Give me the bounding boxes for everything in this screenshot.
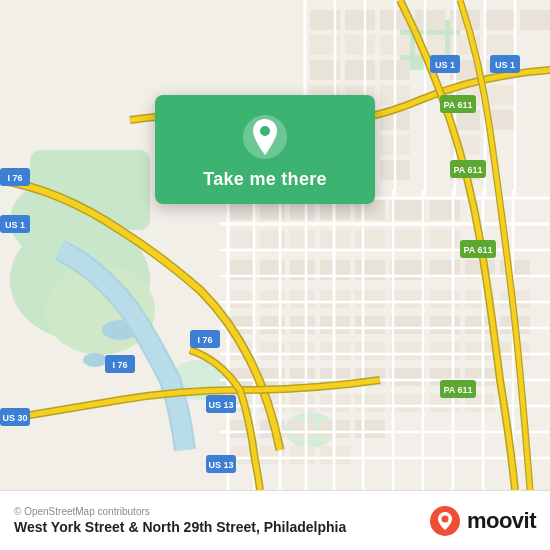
svg-rect-19 — [290, 230, 315, 250]
svg-rect-78 — [430, 342, 460, 360]
svg-text:US 1: US 1 — [5, 220, 25, 230]
moovit-logo-icon — [429, 505, 461, 537]
svg-rect-79 — [465, 342, 495, 360]
svg-text:PA 611: PA 611 — [443, 385, 472, 395]
location-card[interactable]: Take me there — [155, 95, 375, 204]
svg-rect-90 — [345, 35, 375, 55]
svg-text:US 30: US 30 — [2, 413, 27, 423]
moovit-logo: moovit — [429, 505, 536, 537]
svg-rect-67 — [290, 446, 315, 464]
svg-text:PA 611: PA 611 — [443, 100, 472, 110]
svg-rect-72 — [430, 290, 460, 308]
svg-text:US 13: US 13 — [208, 400, 233, 410]
svg-text:US 1: US 1 — [495, 60, 515, 70]
take-me-there-button[interactable]: Take me there — [203, 169, 327, 190]
svg-rect-41 — [390, 316, 425, 334]
svg-rect-17 — [230, 230, 255, 250]
svg-rect-35 — [390, 290, 425, 308]
svg-rect-47 — [390, 342, 425, 360]
svg-text:US 13: US 13 — [208, 460, 233, 470]
svg-rect-56 — [290, 394, 315, 412]
svg-rect-94 — [345, 60, 375, 80]
svg-text:US 1: US 1 — [435, 60, 455, 70]
svg-rect-88 — [415, 10, 445, 30]
svg-rect-86 — [345, 10, 375, 30]
svg-rect-34 — [355, 290, 385, 308]
svg-rect-64 — [355, 420, 385, 438]
svg-point-9 — [83, 353, 107, 367]
svg-rect-32 — [290, 290, 315, 308]
svg-rect-40 — [355, 316, 385, 334]
moovit-brand-text: moovit — [467, 508, 536, 534]
svg-rect-46 — [355, 342, 385, 360]
location-pin-icon — [241, 113, 289, 161]
location-name: West York Street & North 29th Street, Ph… — [14, 519, 346, 535]
svg-point-180 — [260, 126, 270, 136]
svg-rect-23 — [430, 230, 460, 250]
svg-rect-22 — [390, 230, 425, 250]
svg-rect-112 — [485, 35, 515, 55]
svg-rect-30 — [230, 290, 255, 308]
svg-rect-44 — [290, 342, 315, 360]
bottom-bar: © OpenStreetMap contributors West York S… — [0, 490, 550, 550]
svg-rect-15 — [390, 200, 425, 220]
svg-rect-62 — [290, 420, 315, 438]
osm-attribution: © OpenStreetMap contributors — [14, 506, 346, 517]
svg-text:I 76: I 76 — [7, 173, 22, 183]
svg-rect-110 — [520, 10, 550, 30]
svg-point-182 — [441, 515, 448, 522]
svg-rect-75 — [430, 316, 460, 334]
svg-rect-59 — [390, 394, 425, 412]
svg-text:I 76: I 76 — [112, 360, 127, 370]
svg-text:I 76: I 76 — [197, 335, 212, 345]
svg-rect-21 — [355, 230, 385, 250]
svg-rect-50 — [290, 368, 315, 386]
svg-rect-16 — [430, 200, 460, 220]
svg-text:PA 611: PA 611 — [453, 165, 482, 175]
svg-rect-38 — [290, 316, 315, 334]
svg-rect-116 — [485, 85, 515, 105]
bottom-info: © OpenStreetMap contributors West York S… — [14, 506, 346, 535]
svg-rect-109 — [485, 10, 515, 30]
svg-text:PA 611: PA 611 — [463, 245, 492, 255]
svg-rect-58 — [355, 394, 385, 412]
map-container: I 76 I 76 US 1 US 1 US 1 US 1 PA 611 PA … — [0, 0, 550, 490]
svg-rect-53 — [390, 368, 425, 386]
